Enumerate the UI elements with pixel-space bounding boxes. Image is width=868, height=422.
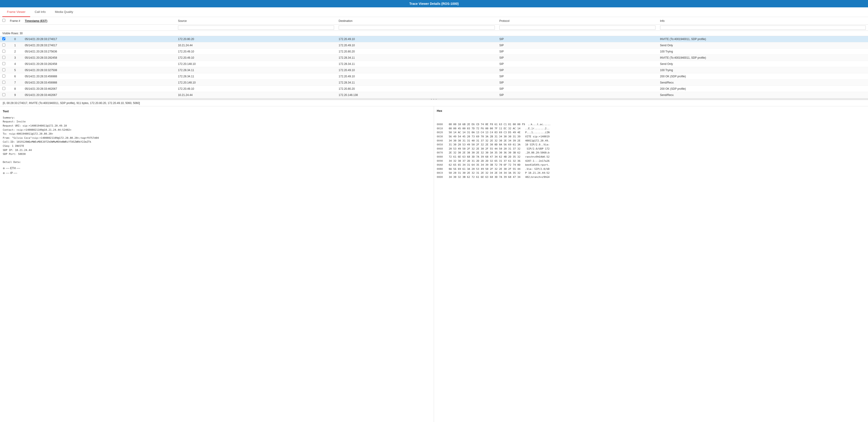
row-cell: 172.20.49.10 <box>176 48 336 55</box>
hex-ascii: SIP/2.0/UDP 172 <box>525 147 550 151</box>
frame-info-bar: [0, 00:28:33:274017, INVITE (To:40019400… <box>0 100 868 106</box>
row-cell: 172.20.49.10 <box>176 86 336 92</box>
row-checkbox-cell <box>0 48 8 55</box>
row-checkbox-cell <box>0 92 8 98</box>
row-cell: 8 <box>8 86 23 92</box>
filter-source-input[interactable] <box>178 26 334 30</box>
table-row[interactable]: 505/14/21 20:28:33:327508172.28.34.11172… <box>0 67 868 73</box>
tree-items: ⊕ ---- ETH ---- ⊕ ---- IP ---- <box>3 166 431 175</box>
row-cell: 172.20.49.10 <box>336 36 497 42</box>
filter-checkbox-col <box>0 25 8 31</box>
row-cell: 2 <box>8 48 23 55</box>
table-row[interactable]: 905/14/21 20:28:33:46206710.21.24.44172.… <box>0 92 868 98</box>
row-cell: 172.28.34.11 <box>336 61 497 67</box>
filter-info-input[interactable] <box>660 26 866 30</box>
col-header-info: Info <box>658 17 868 25</box>
row-cell: 0 <box>8 36 23 42</box>
row-checkbox[interactable] <box>2 62 5 65</box>
resize-handle[interactable]: • • • <box>0 98 868 100</box>
hex-bytes: 34 30 32 3B 62 72 61 6E 63 68 3D 7A 39 6… <box>449 175 522 179</box>
select-all-checkbox[interactable] <box>2 19 5 22</box>
row-checkbox[interactable] <box>2 87 5 90</box>
table-row[interactable]: 205/14/21 20:28:33:275636172.20.49.10172… <box>0 48 868 55</box>
tab-frame-viewer[interactable]: Frame Viewer <box>2 7 30 17</box>
col-header-frame: Frame # <box>8 17 23 25</box>
row-cell: 172.28.34.11 <box>176 67 336 73</box>
filter-protocol-col <box>497 25 658 31</box>
row-checkbox[interactable] <box>2 81 5 84</box>
tree-item-ip[interactable]: ⊕ ---- IP ---- <box>3 171 431 175</box>
row-checkbox[interactable] <box>2 56 5 59</box>
hex-bytes: 0A 56 69 61 3A 20 53 49 50 2F 32 2E 30 2… <box>449 167 522 171</box>
hex-bytes: 62 65 65 34 31 64 35 34 39 3B 72 70 6F 7… <box>449 163 522 167</box>
hex-offset: 00B0 <box>437 167 446 171</box>
filter-destination-col <box>336 25 497 31</box>
table-row[interactable]: 405/14/21 20:28:33:282458172.20.148.1017… <box>0 61 868 67</box>
hex-line: 00A062 65 65 34 31 64 35 34 39 3B 72 70 … <box>437 163 865 167</box>
tab-media-quality[interactable]: Media Quality <box>50 7 78 17</box>
table-row[interactable]: 705/14/21 20:28:33:456988172.20.148.1017… <box>0 79 868 86</box>
row-cell: 1 <box>8 42 23 48</box>
hex-bytes: 34 32 38 37 2D 31 2D 2D 2D 32 65 31 37 6… <box>449 159 522 163</box>
hex-ascii: bee41d549;rport. <box>525 163 550 167</box>
row-checkbox[interactable] <box>2 74 5 77</box>
table-row[interactable]: 305/14/21 20:28:33:282458172.20.49.10172… <box>0 55 868 61</box>
row-checkbox[interactable] <box>2 37 5 40</box>
row-cell: 05/14/21 20:28:33:462067 <box>23 86 176 92</box>
text-panel: Text Summary: Request: Invite Request UR… <box>0 106 434 422</box>
col-header-timestamp[interactable]: Timestamp (EST) <box>23 17 176 25</box>
row-cell: SIP <box>497 73 658 79</box>
hex-line: 004034 30 30 31 31 40 31 37 32 2E 32 30 … <box>437 139 865 143</box>
table-row[interactable]: 605/14/21 20:28:33:456988172.28.34.11172… <box>0 73 868 79</box>
column-headers: Frame # Timestamp (EST) Source Destinati… <box>0 17 868 25</box>
col-header-protocol: Protocol <box>497 17 658 25</box>
filter-destination-input[interactable] <box>339 26 495 30</box>
filter-info-col <box>658 25 868 31</box>
row-cell: 5 <box>8 67 23 73</box>
hex-line: 005031 30 20 53 49 50 2F 32 2E 30 0D 0A … <box>437 143 865 147</box>
table-body: 005/14/21 20:28:33:274017172.20.80.20172… <box>0 36 868 98</box>
row-cell: SIP <box>497 61 658 67</box>
hex-ascii: 4287-1---2e17a26 <box>525 159 550 163</box>
hex-offset: 0010 <box>437 127 446 131</box>
row-cell: INVITE (To:4001940011, SDP profile) <box>658 36 868 42</box>
row-checkbox[interactable] <box>2 50 5 53</box>
row-cell: 172.20.148.10 <box>176 61 336 67</box>
table-row[interactable]: 805/14/21 20:28:33:462067172.20.49.10172… <box>0 86 868 92</box>
hex-line: 00B00A 56 69 61 3A 20 53 49 50 2F 32 2E … <box>437 167 865 171</box>
row-cell: Send/Recv. <box>658 79 868 86</box>
row-cell: 100 Trying <box>658 48 868 55</box>
hex-bytes: 56 49 54 45 20 73 69 70 3A 2B 31 34 30 3… <box>449 135 522 139</box>
title-text: Trace Viewer Details (ROS-1000) <box>409 2 459 5</box>
row-checkbox-cell <box>0 42 8 48</box>
row-cell: SIP <box>497 48 658 55</box>
row-cell: Send Only <box>658 61 868 67</box>
row-cell: 200 OK (SDP profile) <box>658 73 868 79</box>
row-checkbox[interactable] <box>2 93 5 96</box>
hex-offset: 0080 <box>437 155 446 159</box>
row-cell: 4 <box>8 61 23 67</box>
hex-ascii: .Via: SIP/2.0/UD <box>525 167 550 171</box>
tab-call-info[interactable]: Call Info <box>30 7 51 17</box>
row-cell: 172.20.148.138 <box>336 92 497 98</box>
row-checkbox-cell <box>0 67 8 73</box>
row-checkbox[interactable] <box>2 68 5 71</box>
filter-protocol-input[interactable] <box>499 26 655 30</box>
row-cell: 172.28.34.11 <box>176 73 336 79</box>
table-row[interactable]: 105/14/21 20:28:33:27401710.21.24.44172.… <box>0 42 868 48</box>
row-cell: SIP <box>497 42 658 48</box>
hex-offset: 0090 <box>437 159 446 163</box>
row-checkbox[interactable] <box>2 43 5 46</box>
tree-item-eth[interactable]: ⊕ ---- ETH ---- <box>3 166 431 170</box>
row-cell: INVITE (To:4001940011, SDP profile) <box>658 55 868 61</box>
row-cell: 05/14/21 20:28:33:327508 <box>23 67 176 73</box>
table-row[interactable]: 005/14/21 20:28:33:274017172.20.80.20172… <box>0 36 868 42</box>
hex-ascii: P...1........iIN <box>525 130 550 135</box>
hex-bytes: 50 14 AC 14 31 0A 13 C4 13 C4 03 69 C3 D… <box>449 130 522 135</box>
hex-offset: 0050 <box>437 143 446 147</box>
row-checkbox-cell <box>0 73 8 79</box>
row-cell: 05/14/21 20:28:33:275636 <box>23 48 176 55</box>
col-header-source: Source <box>176 17 336 25</box>
bottom-panel: [0, 00:28:33:274017, INVITE (To:40019400… <box>0 100 868 422</box>
row-cell: 9 <box>8 92 23 98</box>
